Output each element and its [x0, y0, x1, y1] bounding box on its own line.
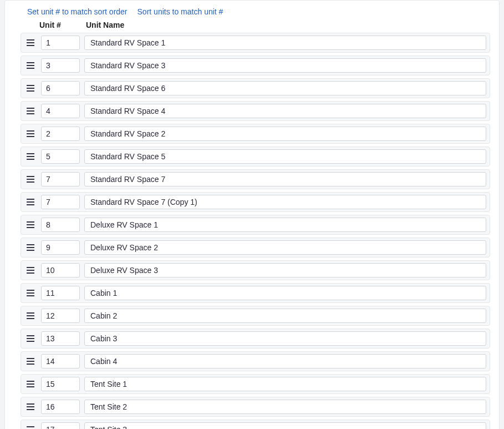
unit-name-input[interactable] [84, 309, 486, 323]
unit-number-input[interactable] [41, 104, 80, 118]
unit-row [21, 101, 490, 121]
unit-row [21, 215, 490, 235]
unit-name-input[interactable] [84, 422, 486, 429]
unit-row [21, 192, 490, 212]
unit-name-input[interactable] [84, 195, 486, 209]
unit-number-input[interactable] [41, 377, 80, 391]
unit-number-input[interactable] [41, 81, 80, 95]
unit-row [21, 306, 490, 326]
unit-row [21, 147, 490, 166]
drag-handle-icon[interactable] [24, 62, 37, 69]
unit-rows [5, 33, 499, 429]
unit-row [21, 78, 490, 98]
unit-row [21, 33, 490, 53]
unit-name-input[interactable] [84, 172, 486, 186]
unit-name-input[interactable] [84, 127, 486, 141]
drag-handle-icon[interactable] [24, 175, 37, 183]
unit-row [21, 351, 490, 371]
unit-name-input[interactable] [84, 149, 486, 164]
unit-name-input[interactable] [84, 286, 486, 300]
unit-name-input[interactable] [84, 331, 486, 346]
unit-number-input[interactable] [41, 354, 80, 369]
drag-handle-icon[interactable] [24, 221, 37, 229]
unit-name-input[interactable] [84, 377, 486, 391]
unit-number-input[interactable] [41, 286, 80, 300]
header-unit-number: Unit # [37, 21, 76, 29]
unit-number-input[interactable] [41, 127, 80, 141]
unit-row [21, 238, 490, 258]
link-sort-units[interactable]: Sort units to match unit # [138, 7, 223, 16]
drag-handle-icon[interactable] [24, 426, 37, 429]
unit-number-input[interactable] [41, 36, 80, 50]
unit-sort-panel: Set unit # to match sort order Sort unit… [4, 0, 500, 429]
drag-handle-icon[interactable] [24, 39, 37, 47]
header-unit-name: Unit Name [80, 21, 490, 29]
drag-handle-icon[interactable] [24, 403, 37, 411]
unit-number-input[interactable] [41, 422, 80, 429]
drag-handle-icon[interactable] [24, 153, 37, 160]
unit-number-input[interactable] [41, 309, 80, 323]
unit-name-input[interactable] [84, 81, 486, 95]
drag-handle-icon[interactable] [24, 266, 37, 274]
unit-number-input[interactable] [41, 172, 80, 186]
unit-row [21, 124, 490, 144]
unit-number-input[interactable] [41, 263, 80, 277]
link-set-unit-number[interactable]: Set unit # to match sort order [27, 7, 128, 16]
unit-name-input[interactable] [84, 263, 486, 277]
unit-name-input[interactable] [84, 58, 486, 73]
unit-number-input[interactable] [41, 331, 80, 346]
unit-name-input[interactable] [84, 36, 486, 50]
unit-row [21, 374, 490, 394]
drag-handle-icon[interactable] [24, 380, 37, 388]
drag-handle-icon[interactable] [24, 198, 37, 206]
unit-row [21, 420, 490, 429]
unit-name-input[interactable] [84, 400, 486, 414]
drag-handle-icon[interactable] [24, 84, 37, 92]
unit-number-input[interactable] [41, 240, 80, 255]
top-links: Set unit # to match sort order Sort unit… [5, 1, 499, 17]
unit-row [21, 55, 490, 75]
unit-row [21, 397, 490, 417]
unit-number-input[interactable] [41, 58, 80, 73]
unit-name-input[interactable] [84, 240, 486, 255]
unit-name-input[interactable] [84, 354, 486, 369]
header-row: Unit # Unit Name [5, 17, 499, 33]
unit-number-input[interactable] [41, 218, 80, 232]
unit-number-input[interactable] [41, 149, 80, 164]
unit-row [21, 283, 490, 303]
drag-handle-icon[interactable] [24, 107, 37, 115]
drag-handle-icon[interactable] [24, 357, 37, 365]
unit-number-input[interactable] [41, 400, 80, 414]
drag-handle-icon[interactable] [24, 312, 37, 320]
drag-handle-icon[interactable] [24, 244, 37, 251]
drag-handle-icon[interactable] [24, 289, 37, 297]
unit-row [21, 260, 490, 280]
drag-handle-icon[interactable] [24, 335, 37, 342]
unit-number-input[interactable] [41, 195, 80, 209]
unit-name-input[interactable] [84, 218, 486, 232]
unit-row [21, 329, 490, 349]
unit-row [21, 169, 490, 189]
unit-name-input[interactable] [84, 104, 486, 118]
drag-handle-icon[interactable] [24, 130, 37, 138]
